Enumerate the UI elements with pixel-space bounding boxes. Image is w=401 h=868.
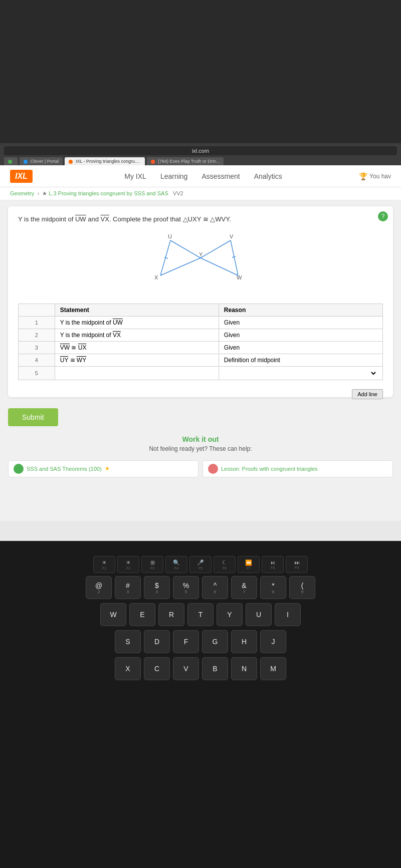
- row-2-statement: Y is the midpoint of VX: [55, 329, 219, 341]
- svg-text:Y: Y: [199, 251, 203, 257]
- nav-links: My IXL Learning Assessment Analytics: [48, 172, 359, 180]
- f1-icon: ☀: [102, 559, 107, 566]
- key-w[interactable]: W: [100, 603, 126, 626]
- breadcrumb-geometry[interactable]: Geometry: [10, 190, 34, 196]
- tab-blank[interactable]: [4, 157, 18, 165]
- nav-assessment[interactable]: Assessment: [202, 172, 240, 180]
- key-f3[interactable]: ⊞ F3: [141, 556, 163, 573]
- key-g[interactable]: G: [202, 630, 228, 653]
- f6-icon: ☾: [222, 559, 227, 566]
- row-4-statement: UY ≅ WY: [55, 354, 219, 366]
- key-x[interactable]: X: [115, 657, 141, 680]
- table-row: 1 Y is the midpoint of UW Given: [19, 316, 383, 329]
- key-f7[interactable]: ⏪ F7: [238, 556, 260, 573]
- key-8[interactable]: * 8: [260, 576, 286, 599]
- resource-lesson[interactable]: Lesson: Proofs with congruent triangles: [203, 460, 393, 477]
- key-f2[interactable]: ☀ F2: [117, 556, 139, 573]
- row-5-statement[interactable]: [55, 366, 219, 380]
- nav-my-ixl[interactable]: My IXL: [124, 172, 146, 180]
- segment-vx: VX: [101, 215, 109, 223]
- f8-icon: ⏯: [270, 559, 276, 565]
- key-e[interactable]: E: [129, 603, 155, 626]
- key-c[interactable]: C: [144, 657, 170, 680]
- add-line-button[interactable]: Add line: [352, 389, 383, 399]
- screen: ixl.com Clever | Portal IXL - Proving tr…: [0, 0, 401, 541]
- row-2-num: 2: [19, 329, 55, 341]
- key-y[interactable]: Y: [217, 603, 243, 626]
- svg-text:U: U: [168, 233, 172, 239]
- key-f4[interactable]: 🔍 F4: [165, 556, 187, 573]
- breadcrumb-code: VV2: [173, 190, 183, 196]
- tab-clever[interactable]: Clever | Portal: [20, 157, 63, 165]
- resource-sss-sas[interactable]: SSS and SAS Theorems (100) ★: [8, 460, 198, 477]
- row-5-num: 5: [19, 366, 55, 380]
- key-r[interactable]: R: [158, 603, 184, 626]
- table-row: 5 Given Definition of midpoint SSS SAS: [19, 366, 383, 380]
- key-s[interactable]: S: [115, 630, 141, 653]
- key-f9[interactable]: ⏭ F9: [286, 556, 308, 573]
- row-3-num: 3: [19, 341, 55, 354]
- key-m[interactable]: M: [260, 657, 286, 680]
- keyboard-area: ☀ F1 ☀ F2 ⊞ F3 🔍 F4 🎤 F5 ☾ F6 ⏪ F7 ⏯ F: [0, 541, 401, 868]
- tab-exec-favicon: [151, 160, 155, 164]
- row-1-statement: Y is the midpoint of UW: [55, 316, 219, 329]
- help-icon[interactable]: ?: [378, 211, 388, 221]
- nav-analytics[interactable]: Analytics: [254, 172, 282, 180]
- key-f[interactable]: F: [173, 630, 199, 653]
- svg-line-1: [170, 240, 200, 258]
- key-j[interactable]: J: [260, 630, 286, 653]
- key-4[interactable]: $ 4: [144, 576, 170, 599]
- key-3[interactable]: # 3: [115, 576, 141, 599]
- breadcrumb: Geometry › ★ L.3 Proving triangles congr…: [0, 187, 401, 200]
- key-f5[interactable]: 🎤 F5: [189, 556, 212, 573]
- key-5[interactable]: % 5: [173, 576, 199, 599]
- key-7[interactable]: & 7: [231, 576, 257, 599]
- zxcv-row: X C V B N M: [10, 657, 391, 680]
- row-5-reason-select[interactable]: Given Definition of midpoint SSS SAS: [224, 369, 377, 377]
- key-u[interactable]: U: [246, 603, 272, 626]
- table-row: 4 UY ≅ WY Definition of midpoint: [19, 354, 383, 366]
- svg-line-5: [200, 258, 238, 275]
- svg-line-7: [232, 256, 236, 257]
- row-4-reason: Definition of midpoint: [219, 354, 382, 366]
- f2-icon: ☀: [126, 559, 131, 566]
- key-6[interactable]: ^ 6: [202, 576, 228, 599]
- nav-learning[interactable]: Learning: [160, 172, 188, 180]
- key-f8[interactable]: ⏯ F8: [262, 556, 284, 573]
- key-d[interactable]: D: [144, 630, 170, 653]
- table-header-num: [19, 304, 55, 316]
- tab-exec-label: (784) Exes Play Truth or Drin...: [158, 159, 220, 164]
- key-b[interactable]: B: [202, 657, 228, 680]
- key-n[interactable]: N: [231, 657, 257, 680]
- row-2-reason: Given: [219, 329, 382, 341]
- row-3-reason: Given: [219, 341, 382, 354]
- content-area: IXL My IXL Learning Assessment Analytics…: [0, 165, 401, 521]
- table-header-statement: Statement: [55, 304, 219, 316]
- address-bar[interactable]: ixl.com: [4, 146, 397, 155]
- breadcrumb-lesson[interactable]: L.3 Proving triangles congruent by SSS a…: [49, 190, 168, 196]
- f7-icon: ⏪: [245, 559, 252, 566]
- resource-lesson-icon: [208, 464, 218, 474]
- work-it-out-subtitle: Not feeling ready yet? These can help:: [4, 445, 397, 452]
- svg-line-2: [160, 258, 200, 275]
- key-f6[interactable]: ☾ F6: [214, 556, 236, 573]
- svg-text:X: X: [154, 274, 158, 280]
- resource-sss-icon: [14, 464, 24, 474]
- ixl-navbar: IXL My IXL Learning Assessment Analytics…: [0, 165, 401, 187]
- key-f1[interactable]: ☀ F1: [93, 556, 115, 573]
- row-5-statement-input[interactable]: [60, 370, 214, 377]
- key-i[interactable]: I: [275, 603, 301, 626]
- tab-ixl[interactable]: IXL - Proving triangles congruent by SSS…: [65, 157, 145, 165]
- ixl-logo: IXL: [10, 170, 33, 183]
- key-9[interactable]: ( 9: [289, 576, 315, 599]
- submit-button[interactable]: Submit: [8, 408, 58, 426]
- key-h[interactable]: H: [231, 630, 257, 653]
- key-2[interactable]: @ 2: [86, 576, 112, 599]
- qwerty-row: W E R T Y U I: [10, 603, 391, 626]
- f9-icon: ⏭: [294, 559, 300, 565]
- key-v[interactable]: V: [173, 657, 199, 680]
- key-t[interactable]: T: [187, 603, 214, 626]
- row-5-reason[interactable]: Given Definition of midpoint SSS SAS: [219, 366, 382, 380]
- tab-ixl-favicon: [69, 160, 73, 164]
- tab-exec[interactable]: (784) Exes Play Truth or Drin...: [147, 157, 224, 165]
